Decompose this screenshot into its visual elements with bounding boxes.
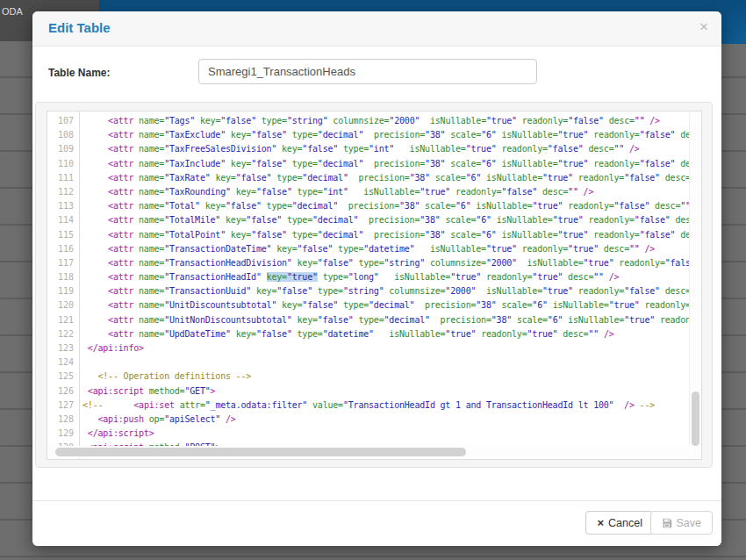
line-number: 113: [47, 199, 80, 213]
code-line[interactable]: 122 <attr name="UpdDateTime" key="false"…: [47, 327, 701, 341]
code-line[interactable]: 108 <attr name="TaxExclude" key="false" …: [47, 128, 701, 142]
code-editor[interactable]: 107 <attr name="Tags" key="false" type="…: [47, 111, 702, 460]
line-number: 127: [47, 398, 80, 413]
code-text: <attr name="Total" key="false" type="dec…: [80, 199, 702, 213]
line-number: 129: [47, 427, 80, 441]
code-text: <attr name="TotalMile" key="false" type=…: [80, 213, 702, 227]
code-line[interactable]: 111 <attr name="TaxRate" key="false" typ…: [47, 171, 701, 185]
code-line[interactable]: 117 <attr name="TransactionHeadDivision"…: [47, 256, 701, 270]
cancel-button-label: Cancel: [608, 517, 642, 529]
code-line[interactable]: 112 <attr name="TaxRounding" key="false"…: [47, 185, 701, 199]
code-line[interactable]: 115 <attr name="TotalPoint" key="false" …: [47, 228, 701, 242]
code-line[interactable]: 126 <api:script method="GET">: [47, 384, 701, 398]
code-text: </api:info>: [80, 341, 144, 355]
code-line[interactable]: 123 </api:info>: [47, 341, 701, 355]
code-text: <attr name="TransactionDateTime" key="fa…: [80, 242, 655, 256]
line-number: 122: [47, 327, 80, 341]
code-line[interactable]: 118 <attr name="TransactionHeadId" key="…: [47, 270, 701, 284]
line-number: 128: [47, 413, 80, 427]
edit-table-modal: Edit Table × Table Name: 107 <attr name=…: [32, 11, 721, 546]
line-number: 126: [47, 384, 80, 398]
vertical-scrollbar[interactable]: [689, 111, 701, 459]
modal-title: Edit Table: [48, 20, 111, 35]
line-number: 115: [47, 228, 80, 242]
line-number: 114: [47, 213, 80, 227]
code-text: <attr name="TransactionHeadId" key="true…: [80, 270, 619, 284]
code-text: <attr name="TaxInclude" key="false" type…: [80, 157, 702, 171]
code-line[interactable]: 113 <attr name="Total" key="false" type=…: [47, 199, 701, 213]
code-text: <attr name="TaxRate" key="false" type="d…: [80, 171, 702, 185]
code-line[interactable]: 110 <attr name="TaxInclude" key="false" …: [47, 157, 701, 171]
code-text: <attr name="TaxFreeSalesDivision" key="f…: [80, 142, 640, 156]
line-number: 124: [47, 355, 80, 370]
save-icon: [662, 518, 672, 528]
line-number: 121: [47, 313, 80, 327]
code-line[interactable]: 107 <attr name="Tags" key="false" type="…: [47, 114, 701, 128]
line-number: 109: [47, 142, 80, 156]
code-line[interactable]: 109 <attr name="TaxFreeSalesDivision" ke…: [47, 142, 701, 156]
code-line[interactable]: 128 <api:push op="apiSelect" />: [47, 413, 701, 427]
code-text: <api:script method="GET">: [80, 384, 215, 398]
line-number: 117: [47, 256, 80, 270]
code-line[interactable]: 129 </api:script>: [47, 427, 701, 441]
line-number: 108: [47, 128, 80, 142]
table-name-input[interactable]: [198, 59, 537, 84]
code-text: <attr name="TaxRounding" key="false" typ…: [80, 185, 593, 199]
code-text: <api:push op="apiSelect" />: [80, 413, 236, 427]
modal-footer: × Cancel Save: [32, 500, 721, 546]
line-number: 125: [47, 370, 80, 384]
line-number: 112: [47, 185, 80, 199]
code-line[interactable]: 127<!-- <api:set attr="_meta.odata:filte…: [47, 398, 701, 413]
background-tab-label: ODA: [2, 6, 23, 17]
code-text: </api:script>: [80, 427, 154, 441]
line-number: 111: [47, 171, 80, 185]
horizontal-scrollbar-thumb[interactable]: [55, 448, 466, 456]
code-text: <attr name="TransactionUuid" key="false"…: [80, 284, 702, 298]
line-number: 120: [47, 298, 80, 312]
line-number: 123: [47, 341, 80, 355]
code-text: <attr name="TaxExclude" key="false" type…: [80, 128, 702, 142]
vertical-scrollbar-thumb[interactable]: [692, 391, 699, 446]
code-line[interactable]: 124: [47, 355, 701, 370]
close-icon[interactable]: ×: [699, 19, 708, 34]
code-text: [80, 355, 82, 370]
code-text: <!-- <api:set attr="_meta.odata:filter" …: [80, 398, 655, 413]
cancel-icon: ×: [597, 517, 604, 528]
code-lines: 107 <attr name="Tags" key="false" type="…: [47, 114, 701, 456]
code-line[interactable]: 116 <attr name="TransactionDateTime" key…: [47, 242, 701, 256]
code-text: <attr name="UnitDiscountsubtotal" key="f…: [80, 298, 702, 312]
table-name-label: Table Name:: [48, 67, 110, 79]
code-line[interactable]: 114 <attr name="TotalMile" key="false" t…: [47, 213, 701, 227]
line-number: 118: [47, 270, 80, 284]
code-text: <attr name="Tags" key="false" type="stri…: [80, 114, 660, 128]
horizontal-scrollbar[interactable]: [48, 446, 690, 458]
code-line[interactable]: 119 <attr name="TransactionUuid" key="fa…: [47, 284, 701, 298]
cancel-button[interactable]: × Cancel: [585, 511, 654, 535]
modal-header: Edit Table ×: [32, 11, 721, 47]
code-line[interactable]: 120 <attr name="UnitDiscountsubtotal" ke…: [47, 298, 701, 312]
code-text: <attr name="UpdDateTime" key="false" typ…: [80, 327, 614, 341]
code-text: <attr name="TransactionHeadDivision" key…: [80, 256, 702, 270]
code-line[interactable]: 121 <attr name="UnitNonDiscountsubtotal"…: [47, 313, 701, 327]
code-text: <attr name="UnitNonDiscountsubtotal" key…: [80, 313, 702, 327]
line-number: 116: [47, 242, 80, 256]
line-number: 119: [47, 284, 80, 298]
code-text: <attr name="TotalPoint" key="false" type…: [80, 228, 702, 242]
code-editor-panel: 107 <attr name="Tags" key="false" type="…: [35, 102, 713, 468]
code-line[interactable]: 125 <!-- Operation definitions -->: [47, 370, 701, 384]
line-number: 107: [47, 114, 80, 128]
line-number: 110: [47, 157, 80, 171]
code-text: <!-- Operation definitions -->: [80, 370, 251, 384]
save-button-label: Save: [677, 517, 702, 529]
save-button[interactable]: Save: [650, 511, 714, 535]
